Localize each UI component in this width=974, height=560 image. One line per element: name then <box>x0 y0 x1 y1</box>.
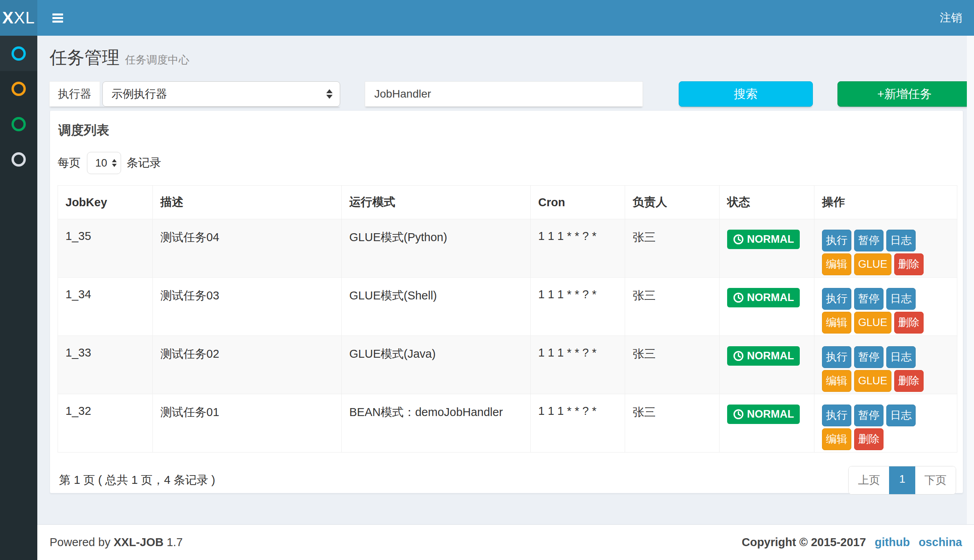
cell-actions: 执行暂停日志编辑GLUE删除 <box>814 219 957 278</box>
action-button-log[interactable]: 日志 <box>886 230 916 251</box>
powered-by-text: Powered by XXL-JOB 1.7 <box>50 536 183 549</box>
action-button-delete[interactable]: 删除 <box>854 428 884 450</box>
column-header: 描述 <box>153 186 342 219</box>
jobhandler-label: JobHandler <box>365 82 440 106</box>
sidebar-item-menu-3[interactable] <box>0 106 37 142</box>
cell-jobkey: 1_33 <box>58 336 153 394</box>
panel-title: 调度列表 <box>58 111 956 139</box>
logo-text: XL <box>14 8 35 27</box>
cell-jobkey: 1_34 <box>58 278 153 336</box>
github-link[interactable]: github <box>875 536 910 549</box>
action-button-run[interactable]: 执行 <box>822 405 851 426</box>
cell-description: 测试任务03 <box>153 278 342 336</box>
cell-actions: 执行暂停日志编辑GLUE删除 <box>814 278 957 336</box>
cell-jobkey: 1_35 <box>58 219 153 278</box>
product-name: XXL-JOB <box>114 536 164 548</box>
table-header-row: JobKey描述运行模式Cron负责人状态操作 <box>58 186 957 219</box>
sidebar-item-menu-2[interactable] <box>0 71 37 106</box>
page-size-control: 每页 10 条记录 <box>58 152 956 174</box>
scrollbar-track[interactable] <box>967 36 974 560</box>
sidebar-item-menu-1[interactable] <box>0 36 37 71</box>
powered-prefix: Powered by <box>50 536 110 548</box>
cell-status: NORMAL <box>720 278 814 336</box>
action-button-pause[interactable]: 暂停 <box>854 346 884 368</box>
column-header: 负责人 <box>625 186 720 219</box>
cell-owner: 张三 <box>625 336 720 394</box>
oschina-link[interactable]: oschina <box>918 536 962 549</box>
footer-right: Copyright © 2015-2017 github oschina <box>742 536 962 549</box>
prev-page-button[interactable]: 上页 <box>849 466 889 494</box>
action-button-edit[interactable]: 编辑 <box>822 312 851 334</box>
action-button-log[interactable]: 日志 <box>886 405 916 426</box>
action-button-edit[interactable]: 编辑 <box>822 253 851 275</box>
action-button-edit[interactable]: 编辑 <box>822 370 851 392</box>
cell-run-mode: GLUE模式(Shell) <box>342 278 531 336</box>
page-subtitle: 任务调度中心 <box>125 53 189 67</box>
action-button-glue[interactable]: GLUE <box>854 253 891 275</box>
sidebar-item-menu-4[interactable] <box>0 142 37 177</box>
executor-select[interactable]: 示例执行器 <box>102 81 340 107</box>
schedule-list-panel: 调度列表 每页 10 条记录 JobKey描述运行模式Cron负责人状态操作 1… <box>50 110 963 493</box>
action-button-edit[interactable]: 编辑 <box>822 428 851 450</box>
page-size-select[interactable]: 10 <box>87 152 121 174</box>
app-logo[interactable]: XXL <box>0 0 37 36</box>
cell-status: NORMAL <box>720 219 814 278</box>
page-size-value: 10 <box>95 157 107 169</box>
status-label: NORMAL <box>747 233 794 245</box>
action-button-log[interactable]: 日志 <box>886 288 916 310</box>
cell-owner: 张三 <box>625 219 720 278</box>
page-size-prefix: 每页 <box>58 155 81 171</box>
cell-run-mode: GLUE模式(Java) <box>342 336 531 394</box>
action-button-run[interactable]: 执行 <box>822 288 851 310</box>
circle-icon <box>12 152 26 167</box>
clock-icon <box>733 234 744 245</box>
current-page-button[interactable]: 1 <box>889 466 915 494</box>
next-page-button[interactable]: 下页 <box>915 466 956 494</box>
cell-status: NORMAL <box>720 394 814 453</box>
circle-icon <box>12 82 26 96</box>
select-arrows-icon <box>326 89 333 99</box>
action-button-run[interactable]: 执行 <box>822 346 851 368</box>
sidebar <box>0 36 37 560</box>
status-label: NORMAL <box>747 408 794 420</box>
cell-jobkey: 1_32 <box>58 394 153 453</box>
action-button-glue[interactable]: GLUE <box>854 312 891 334</box>
action-button-pause[interactable]: 暂停 <box>854 405 884 426</box>
cell-owner: 张三 <box>625 278 720 336</box>
sidebar-toggle-icon[interactable] <box>48 8 67 28</box>
cell-status: NORMAL <box>720 336 814 394</box>
clock-icon <box>733 292 744 303</box>
content-header: 任务管理任务调度中心 <box>37 36 974 69</box>
product-version: 1.7 <box>167 536 183 548</box>
column-header: 运行模式 <box>342 186 531 219</box>
clock-icon <box>733 351 744 361</box>
copyright-text: Copyright © 2015-2017 <box>742 536 866 549</box>
jobhandler-input[interactable] <box>440 82 643 106</box>
action-button-pause[interactable]: 暂停 <box>854 288 884 310</box>
action-button-pause[interactable]: 暂停 <box>854 230 884 251</box>
add-job-button[interactable]: +新增任务 <box>837 81 972 107</box>
logout-link[interactable]: 注销 <box>940 10 962 25</box>
executor-selected-value: 示例执行器 <box>112 86 167 102</box>
page-footer: Powered by XXL-JOB 1.7 Copyright © 2015-… <box>37 524 974 560</box>
cell-cron: 1 1 1 * * ? * <box>531 394 625 453</box>
search-button[interactable]: 搜索 <box>679 81 813 107</box>
action-button-delete[interactable]: 删除 <box>894 253 924 275</box>
cell-owner: 张三 <box>625 394 720 453</box>
cell-run-mode: GLUE模式(Python) <box>342 219 531 278</box>
page-title: 任务管理 <box>50 46 119 69</box>
action-button-delete[interactable]: 删除 <box>894 370 924 392</box>
action-button-log[interactable]: 日志 <box>886 346 916 368</box>
action-button-delete[interactable]: 删除 <box>894 312 924 334</box>
circle-icon <box>12 117 26 131</box>
action-button-glue[interactable]: GLUE <box>854 370 891 392</box>
cell-description: 测试任务02 <box>153 336 342 394</box>
action-button-run[interactable]: 执行 <box>822 230 851 251</box>
job-row: 1_33测试任务02GLUE模式(Java)1 1 1 * * ? *张三NOR… <box>58 336 957 394</box>
jobs-table: JobKey描述运行模式Cron负责人状态操作 1_35测试任务04GLUE模式… <box>58 185 957 453</box>
status-badge: NORMAL <box>727 230 800 249</box>
executor-filter-group: 执行器 示例执行器 <box>49 81 340 107</box>
status-badge: NORMAL <box>727 405 800 424</box>
page-size-suffix: 条记录 <box>127 155 161 171</box>
circle-icon <box>12 46 26 61</box>
